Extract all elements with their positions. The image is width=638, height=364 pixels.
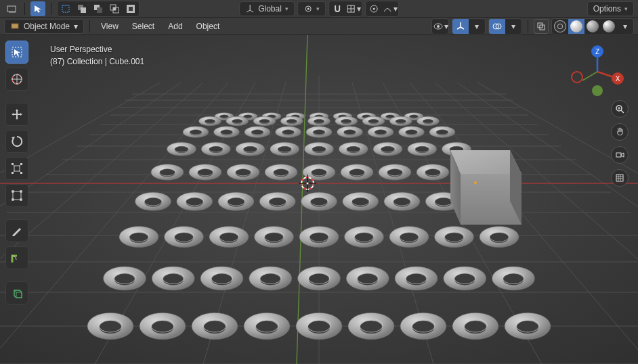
tool-annotate[interactable] (5, 219, 28, 242)
svg-rect-8 (113, 7, 116, 10)
svg-point-253 (260, 274, 280, 286)
svg-rect-5 (97, 7, 102, 13)
transform-orientation-dropdown[interactable]: Global ▾ (239, 1, 295, 16)
top-toolbar: Global ▾ ▾ ▾ ▾ Optio (0, 0, 638, 18)
tool-move[interactable] (5, 103, 28, 126)
proportional-falloff-dropdown[interactable]: ▾ (382, 1, 398, 16)
navigation-gizmo[interactable]: X Z (569, 43, 626, 100)
left-toolbar (5, 41, 28, 304)
collection-label: (87) Collection | Cube.001 (50, 55, 144, 68)
shading-material[interactable] (584, 19, 601, 34)
menu-select[interactable]: Select (127, 19, 160, 34)
overlay-dropdown[interactable]: ▾ (505, 19, 522, 34)
svg-point-321 (20, 198, 22, 201)
gizmo-group: ▾ (452, 18, 486, 35)
svg-point-286 (360, 321, 383, 334)
snap-toggle[interactable] (329, 1, 345, 16)
svg-rect-312 (14, 166, 20, 171)
svg-point-277 (204, 321, 226, 334)
select-mode-extend[interactable] (74, 1, 90, 16)
tool-add-cube[interactable] (5, 281, 28, 304)
tool-scale[interactable] (5, 157, 28, 180)
svg-point-256 (309, 274, 329, 286)
visibility-dropdown[interactable]: ▾ (432, 19, 448, 34)
viewport-3d[interactable]: User Perspective (87) Collection | Cube.… (0, 35, 638, 364)
menu-object[interactable]: Object (191, 19, 226, 34)
svg-rect-334 (616, 175, 623, 181)
svg-point-292 (465, 321, 487, 334)
tool-transform[interactable] (5, 184, 28, 207)
shading-rendered[interactable] (601, 19, 617, 34)
camera-view-button[interactable] (611, 146, 629, 164)
svg-point-289 (412, 321, 435, 334)
pan-button[interactable] (611, 123, 629, 141)
tool-select-box[interactable] (5, 41, 28, 64)
svg-point-320 (12, 198, 14, 201)
svg-point-223 (219, 233, 238, 243)
svg-point-238 (445, 233, 464, 243)
tool-measure[interactable] (5, 246, 28, 269)
proportional-edit-toggle[interactable] (366, 1, 382, 16)
svg-point-250 (211, 274, 232, 286)
select-tool-toggle[interactable] (30, 1, 45, 16)
visibility-group: ▾ (431, 18, 449, 35)
perspective-label: User Perspective (50, 43, 144, 55)
select-mode-invert[interactable] (123, 1, 139, 16)
interaction-mode-dropdown[interactable]: Object Mode ▾ (4, 19, 84, 34)
svg-rect-3 (81, 7, 86, 13)
xray-toggle[interactable] (534, 19, 549, 34)
svg-point-244 (114, 274, 135, 286)
svg-point-190 (144, 198, 161, 206)
svg-point-259 (358, 274, 378, 286)
svg-point-232 (355, 233, 374, 243)
proportional-group: ▾ (365, 1, 399, 17)
menu-add[interactable]: Add (163, 19, 188, 34)
tool-rotate[interactable] (5, 130, 28, 153)
svg-point-12 (307, 7, 309, 9)
svg-rect-316 (20, 172, 22, 174)
svg-point-265 (454, 274, 475, 286)
select-mode-intersect[interactable] (106, 1, 123, 16)
shading-group: ▾ (551, 18, 634, 35)
menu-view[interactable]: View (95, 19, 124, 34)
svg-point-217 (129, 233, 148, 243)
viewport-overlay-text: User Perspective (87) Collection | Cube.… (50, 43, 144, 68)
gizmo-dropdown[interactable]: ▾ (469, 19, 485, 34)
perspective-toggle-button[interactable] (611, 169, 629, 187)
svg-point-15 (373, 7, 375, 9)
select-mode-new[interactable] (58, 1, 74, 16)
axis-x-label: X (616, 75, 620, 83)
svg-point-318 (12, 190, 14, 193)
svg-point-247 (163, 274, 184, 286)
svg-point-202 (310, 198, 327, 206)
svg-point-326 (592, 85, 603, 96)
select-mode-subtract[interactable] (90, 1, 106, 16)
gizmo-toggle[interactable] (452, 19, 469, 34)
snap-type-dropdown[interactable]: ▾ (345, 1, 362, 16)
shading-solid[interactable] (568, 19, 584, 34)
svg-rect-313 (12, 163, 14, 165)
svg-point-235 (400, 233, 419, 243)
svg-point-271 (100, 321, 122, 334)
svg-point-306 (307, 183, 309, 185)
svg-line-330 (621, 110, 624, 113)
shading-dropdown[interactable]: ▾ (617, 19, 633, 34)
svg-point-274 (152, 321, 174, 334)
svg-rect-333 (616, 153, 621, 157)
options-dropdown[interactable]: Options ▾ (587, 1, 634, 16)
mode-label: Object Mode (24, 22, 70, 31)
editor-type-dropdown[interactable] (4, 1, 19, 16)
snap-group: ▾ (328, 1, 362, 17)
svg-point-268 (503, 274, 524, 286)
shading-wireframe[interactable] (552, 19, 568, 34)
scene-canvas (0, 35, 638, 364)
select-mode-group (57, 1, 140, 17)
overlay-toggle[interactable] (489, 19, 505, 34)
svg-line-324 (582, 72, 597, 81)
zoom-button[interactable] (611, 100, 629, 118)
options-label: Options (593, 4, 621, 14)
orientation-label: Global (258, 4, 282, 14)
pivot-point-dropdown[interactable]: ▾ (297, 1, 326, 16)
svg-point-283 (308, 321, 331, 334)
tool-cursor[interactable] (5, 68, 28, 91)
